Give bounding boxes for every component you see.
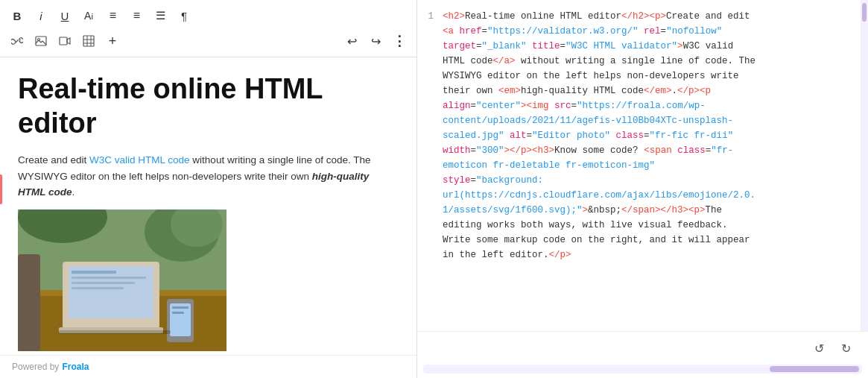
code-footer: ↺ ↻ xyxy=(417,331,868,365)
paragraph-button[interactable]: ¶ xyxy=(173,4,195,27)
bottom-scrollbar-track[interactable] xyxy=(423,365,862,374)
wysiwyg-editor: B i U Ai ≡ ≡ ☰ ¶ xyxy=(0,0,417,378)
editor-content-area[interactable]: Real-time online HTML editor Create and … xyxy=(0,57,416,355)
toolbar-row-2: + ↩ ↪ ⋮ xyxy=(6,30,411,52)
redo-button[interactable]: ↪ xyxy=(364,30,387,52)
video-button[interactable] xyxy=(54,30,76,52)
svg-rect-23 xyxy=(172,306,189,309)
align-left-button[interactable]: ≡ xyxy=(101,4,124,27)
svg-rect-24 xyxy=(172,312,184,314)
underline-button[interactable]: U xyxy=(54,4,76,27)
svg-rect-17 xyxy=(72,277,146,279)
svg-rect-19 xyxy=(72,287,124,289)
editor-photo xyxy=(18,210,226,351)
scrollbar-thumb[interactable] xyxy=(862,3,867,22)
table-button[interactable] xyxy=(77,30,100,52)
image-button[interactable] xyxy=(30,30,52,52)
editor-image xyxy=(18,210,399,353)
code-content[interactable]: <h2>Real-time online HTML editor</h2><p>… xyxy=(440,0,861,331)
code-scrollbar[interactable] xyxy=(861,0,868,331)
editor-footer: Powered by Froala xyxy=(0,355,416,378)
list-button[interactable]: ☰ xyxy=(149,4,171,27)
editor-heading: Real-time online HTML editor xyxy=(18,72,399,140)
bottom-scrollbar-thumb[interactable] xyxy=(770,366,859,372)
svg-rect-18 xyxy=(72,282,135,284)
svg-rect-16 xyxy=(72,271,116,274)
undo-button[interactable]: ↩ xyxy=(340,30,363,52)
link-button[interactable] xyxy=(6,30,28,52)
w3c-link[interactable]: W3C valid HTML code xyxy=(89,154,190,166)
svg-rect-15 xyxy=(69,266,153,318)
editor-paragraph: Create and edit W3C valid HTML code with… xyxy=(18,152,399,201)
toolbar-row-1: B i U Ai ≡ ≡ ☰ ¶ xyxy=(6,4,411,27)
svg-rect-2 xyxy=(60,37,67,45)
align-center-button[interactable]: ≡ xyxy=(125,4,148,27)
font-size-button[interactable]: Ai xyxy=(77,4,100,27)
line-numbers: 1 xyxy=(417,0,440,331)
svg-rect-3 xyxy=(83,36,94,46)
options-button[interactable]: ⋮ xyxy=(388,30,411,52)
more-plus-button[interactable]: + xyxy=(101,30,124,52)
svg-rect-0 xyxy=(36,37,46,45)
editor-toolbar: B i U Ai ≡ ≡ ☰ ¶ xyxy=(0,0,416,57)
code-editor-area[interactable]: 1 <h2>Real-time online HTML editor</h2><… xyxy=(417,0,868,331)
code-undo-button[interactable]: ↺ xyxy=(808,338,829,359)
froala-brand: Froala xyxy=(62,362,89,372)
code-editor-panel: 1 <h2>Real-time online HTML editor</h2><… xyxy=(417,0,868,378)
code-redo-button[interactable]: ↻ xyxy=(835,338,856,359)
svg-rect-26 xyxy=(59,330,171,334)
svg-rect-25 xyxy=(18,254,40,351)
italic-button[interactable]: i xyxy=(30,4,52,27)
bold-button[interactable]: B xyxy=(6,4,28,27)
powered-by-text: Powered by xyxy=(12,362,59,372)
